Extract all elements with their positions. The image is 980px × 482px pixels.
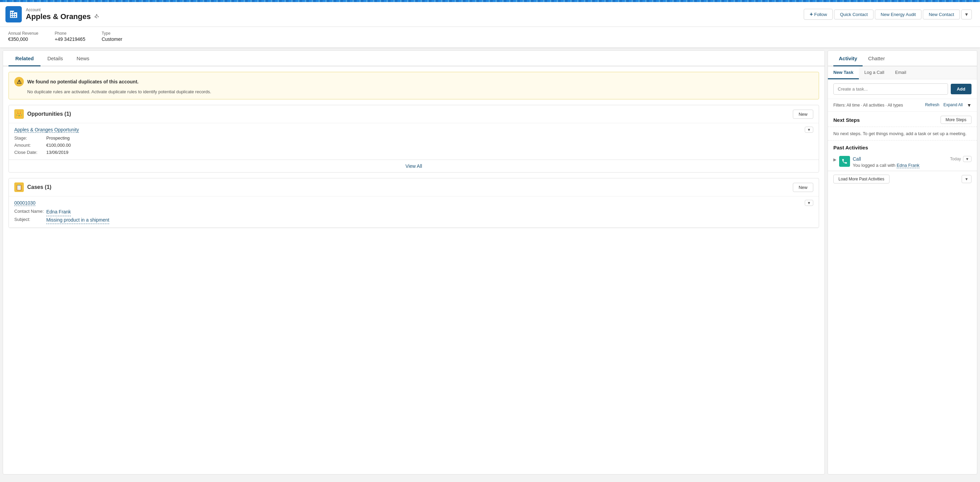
account-title-block: Account Apples & Oranges bbox=[26, 8, 100, 21]
next-steps-header: Next Steps More Steps bbox=[828, 111, 977, 127]
phone-icon bbox=[842, 158, 848, 164]
org-chart-icon[interactable] bbox=[94, 14, 100, 20]
account-header: Account Apples & Oranges + Follow Quick … bbox=[0, 2, 980, 27]
call-icon-wrap bbox=[839, 156, 850, 167]
opportunity-dropdown-button[interactable]: ▼ bbox=[805, 127, 813, 133]
filter-actions: Refresh Expand All ▼ bbox=[925, 102, 972, 108]
activity-subtabs: New Task Log a Call Email bbox=[828, 66, 977, 79]
new-contact-button[interactable]: New Contact bbox=[923, 10, 959, 19]
load-more-row: Load More Past Activities ▼ bbox=[828, 171, 977, 187]
phone-value: +49 34219465 bbox=[55, 37, 86, 42]
stage-row: Stage: Prospecting bbox=[14, 135, 813, 142]
stage-value: Prospecting bbox=[46, 135, 70, 142]
opportunities-view-all[interactable]: View All bbox=[9, 160, 819, 172]
call-title: Call bbox=[853, 156, 861, 162]
cases-title: Cases (1) bbox=[27, 184, 51, 190]
left-panel: Related Details News ⚠ We found no poten… bbox=[3, 50, 825, 474]
case-number-link[interactable]: 00001030 bbox=[14, 200, 35, 206]
cases-section: 📋 Cases (1) New 00001030 ▼ Contact Name:… bbox=[8, 178, 819, 228]
call-activity-content: Call Today ▼ You logged a call with Edna… bbox=[853, 156, 972, 168]
main-layout: Related Details News ⚠ We found no poten… bbox=[0, 50, 980, 474]
task-input-row: Add bbox=[828, 79, 977, 99]
case-record-header: 00001030 ▼ bbox=[14, 200, 813, 206]
annual-revenue-value: €350,000 bbox=[8, 37, 28, 42]
duplicate-header: ⚠ We found no potential duplicates of th… bbox=[14, 77, 813, 86]
annual-revenue-label: Annual Revenue bbox=[8, 31, 38, 36]
call-activity-dropdown[interactable]: ▼ bbox=[963, 156, 972, 162]
cases-icon: 📋 bbox=[14, 183, 24, 192]
past-activities-header: Past Activities bbox=[828, 141, 977, 153]
tab-related[interactable]: Related bbox=[8, 51, 40, 66]
load-more-dropdown[interactable]: ▼ bbox=[962, 175, 972, 183]
subject-row: Subject: Missing product in a shipment bbox=[14, 216, 813, 224]
opportunities-header: 👑 Opportunities (1) New bbox=[9, 105, 819, 123]
close-date-label: Close Date: bbox=[14, 149, 45, 156]
opportunities-section: 👑 Opportunities (1) New Apples & Oranges… bbox=[8, 105, 819, 173]
next-steps-title: Next Steps bbox=[833, 117, 860, 123]
opportunities-new-button[interactable]: New bbox=[793, 110, 813, 119]
expand-all-link[interactable]: Expand All bbox=[943, 102, 963, 108]
tab-details[interactable]: Details bbox=[40, 51, 70, 66]
opportunities-icon: 👑 bbox=[14, 109, 24, 119]
amount-label: Amount: bbox=[14, 142, 45, 149]
next-steps-empty: No next steps. To get things moving, add… bbox=[828, 127, 977, 141]
opportunities-title: Opportunities (1) bbox=[27, 111, 71, 117]
account-header-left: Account Apples & Oranges bbox=[5, 6, 100, 22]
refresh-link[interactable]: Refresh bbox=[925, 102, 939, 108]
cases-new-button[interactable]: New bbox=[793, 183, 813, 192]
opportunities-title-row: 👑 Opportunities (1) bbox=[14, 109, 71, 119]
case-dropdown-button[interactable]: ▼ bbox=[805, 200, 813, 206]
type-value: Customer bbox=[102, 37, 123, 42]
contact-value-link[interactable]: Edna Frank bbox=[46, 208, 71, 216]
duplicate-description: No duplicate rules are activated. Activa… bbox=[27, 89, 813, 94]
opportunity-fields: Stage: Prospecting Amount: €100,000.00 C… bbox=[14, 135, 813, 156]
header-actions: + Follow Quick Contact New Energy Audit … bbox=[804, 9, 972, 20]
type-field: Type Customer bbox=[102, 31, 123, 42]
activity-tabs: Activity Chatter bbox=[828, 51, 977, 66]
quick-contact-button[interactable]: Quick Contact bbox=[834, 10, 873, 19]
left-tabs: Related Details News bbox=[3, 51, 824, 66]
right-panel: Activity Chatter New Task Log a Call Ema… bbox=[827, 50, 977, 474]
subtab-log-call[interactable]: Log a Call bbox=[859, 66, 890, 79]
more-steps-button[interactable]: More Steps bbox=[940, 116, 972, 124]
phone-label: Phone bbox=[55, 31, 86, 36]
phone-field: Phone +49 34219465 bbox=[55, 31, 86, 42]
account-name: Apples & Oranges bbox=[26, 12, 91, 21]
cases-title-row: 📋 Cases (1) bbox=[14, 183, 51, 192]
tab-activity[interactable]: Activity bbox=[833, 51, 862, 66]
duplicate-title: We found no potential duplicates of this… bbox=[27, 79, 138, 84]
account-label: Account bbox=[26, 8, 100, 12]
case-record: 00001030 ▼ Contact Name: Edna Frank Subj… bbox=[9, 196, 819, 228]
filter-dropdown-icon[interactable]: ▼ bbox=[967, 102, 972, 108]
duplicate-warning-icon: ⚠ bbox=[14, 77, 24, 86]
contact-label: Contact Name: bbox=[14, 208, 45, 216]
amount-value: €100,000.00 bbox=[46, 142, 71, 149]
subject-value-link[interactable]: Missing product in a shipment bbox=[46, 216, 109, 224]
contact-row: Contact Name: Edna Frank bbox=[14, 208, 813, 216]
subtab-new-task[interactable]: New Task bbox=[828, 66, 859, 79]
opportunity-record: Apples & Oranges Opportunity ▼ Stage: Pr… bbox=[9, 123, 819, 160]
duplicate-notice: ⚠ We found no potential duplicates of th… bbox=[8, 72, 819, 99]
follow-button[interactable]: + Follow bbox=[804, 9, 833, 20]
opportunity-name-link[interactable]: Apples & Oranges Opportunity bbox=[14, 127, 79, 133]
call-person-link[interactable]: Edna Frank bbox=[897, 163, 920, 168]
add-task-button[interactable]: Add bbox=[951, 84, 972, 94]
expand-icon[interactable]: ▶ bbox=[833, 157, 837, 162]
load-more-button[interactable]: Load More Past Activities bbox=[833, 175, 889, 183]
close-date-row: Close Date: 13/06/2019 bbox=[14, 149, 813, 156]
type-label: Type bbox=[102, 31, 123, 36]
building-icon bbox=[9, 10, 18, 19]
annual-revenue-field: Annual Revenue €350,000 bbox=[8, 31, 38, 42]
tab-news[interactable]: News bbox=[70, 51, 96, 66]
call-description: You logged a call with Edna Frank bbox=[853, 163, 972, 168]
more-actions-dropdown[interactable]: ▼ bbox=[961, 10, 972, 19]
cases-header: 📋 Cases (1) New bbox=[9, 178, 819, 196]
new-energy-audit-button[interactable]: New Energy Audit bbox=[875, 10, 921, 19]
info-bar: Annual Revenue €350,000 Phone +49 342194… bbox=[0, 27, 980, 48]
task-input[interactable] bbox=[833, 83, 948, 95]
opportunity-record-header: Apples & Oranges Opportunity ▼ bbox=[14, 127, 813, 133]
tab-chatter[interactable]: Chatter bbox=[862, 51, 890, 66]
call-desc-text: You logged a call with bbox=[853, 163, 895, 168]
subtab-email[interactable]: Email bbox=[890, 66, 912, 79]
account-icon bbox=[5, 6, 22, 22]
